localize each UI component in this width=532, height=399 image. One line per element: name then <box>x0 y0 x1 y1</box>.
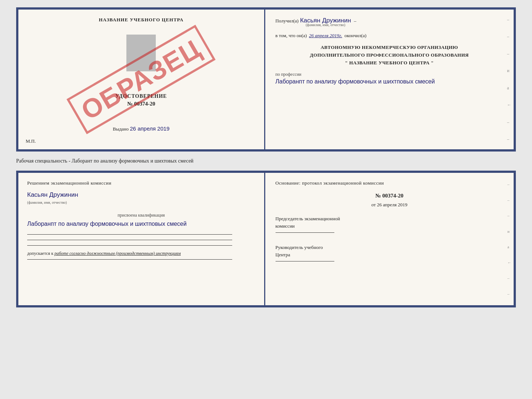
bottom-fio-label: (фамилия, имя, отчество) <box>27 200 67 204</box>
dash-2: – <box>507 34 511 39</box>
vtom-line: в том, что он(а) 26 апреля 2019г. окончи… <box>276 33 504 39</box>
sign-line-3 <box>27 245 232 246</box>
ot-line: от 26 апреля 2019 <box>276 202 504 208</box>
osnovanie-title: Основание: протокол экзаменационной коми… <box>276 180 504 186</box>
edge-dash-1: – <box>507 182 511 186</box>
bottom-lines-block <box>27 234 255 246</box>
bottom-booklet: Решением экзаменационной комиссии Касьян… <box>16 171 516 307</box>
po-professii-label: по профессии <box>276 72 504 77</box>
sign-line-2 <box>27 240 232 240</box>
po-professii-block: по профессии Лаборанпт по анализу формов… <box>276 72 504 86</box>
edge-letter-a: а <box>507 245 511 249</box>
letter-i: и <box>507 68 511 74</box>
dash-4: – <box>507 120 511 125</box>
vydano-line: Выдано 26 апреля 2019 <box>27 125 255 132</box>
okonchil: окончил(а) <box>344 33 366 39</box>
udostoverenie-number: № 00374-20 <box>27 101 255 107</box>
predsedatel-label2: комиссии <box>276 222 504 230</box>
predsedatel-block: Председатель экзаменационной комиссии <box>276 215 504 233</box>
prisvoena-block: присвоена квалификация Лаборанпт по анал… <box>27 213 255 228</box>
poluchil-line: Получил(а) Касьян Дружинин (фамилия, имя… <box>276 17 504 27</box>
photo-placeholder <box>126 35 156 71</box>
edge-dash-3: – <box>507 213 511 218</box>
dash-5: – <box>507 136 511 142</box>
vydano-date: 26 апреля 2019 <box>130 125 170 132</box>
dopuskaetsya-block: допускается к работе согласно должностны… <box>27 251 255 256</box>
top-booklet-right: Получил(а) Касьян Дружинин (фамилия, имя… <box>265 10 514 149</box>
dash-3: – <box>507 51 511 57</box>
predsedatel-sign-line <box>276 232 334 233</box>
udostoverenie-block: УДОСТОВЕРЕНИЕ № 00374-20 <box>27 93 255 107</box>
mp-label: М.П. <box>26 138 36 144</box>
top-booklet: НАЗВАНИЕ УЧЕБНОГО ЦЕНТРА ОБРАЗЕЦ УДОСТОВ… <box>16 7 516 152</box>
udostoverenie-label: УДОСТОВЕРЕНИЕ <box>27 93 255 99</box>
edge-dash-2: – <box>507 198 511 202</box>
sign-line-1 <box>27 234 232 235</box>
bottom-sign-line <box>27 259 232 260</box>
dash-separator: – <box>354 18 356 24</box>
org-line1: АВТОНОМНУЮ НЕКОММЕРЧЕСКУЮ ОРГАНИЗАЦИЮ <box>276 44 504 51</box>
letter-a: а <box>507 85 511 91</box>
kvalifikaciya-value: Лаборанпт по анализу формовочных и шихтп… <box>27 220 255 228</box>
org-line2: ДОПОЛНИТЕЛЬНОГО ПРОФЕССИОНАЛЬНОГО ОБРАЗО… <box>276 51 504 59</box>
vydano-prefix: Выдано <box>113 126 129 132</box>
po-professii-value: Лаборанпт по анализу формовочных и шихтп… <box>276 77 504 86</box>
top-left-title: НАЗВАНИЕ УЧЕБНОГО ЦЕНТРА <box>27 17 255 23</box>
resheniem-line: Решением экзаменационной комиссии <box>27 180 255 186</box>
arrow-left: ← <box>507 102 511 108</box>
fio-label: (фамилия, имя, отчество) <box>300 23 351 27</box>
predsedatel-label1: Председатель экзаменационной <box>276 215 504 222</box>
middle-caption: Рабочая специальность - Лаборант по анал… <box>16 156 516 166</box>
right-edge-marks-bottom: – – – и а ← – – <box>507 173 511 305</box>
rukovoditel-block: Руководитель учебного Центра <box>276 244 504 261</box>
rukovoditel-sign-line <box>276 261 334 261</box>
rukovoditel-label2: Центра <box>276 251 504 259</box>
org-line3: " НАЗВАНИЕ УЧЕБНОГО ЦЕНТРА " <box>276 59 504 67</box>
dash-1: – <box>507 17 511 22</box>
dopuskaetsya-prefix: допускается к <box>27 251 53 256</box>
dopuskaetsya-value: работе согласно должностным (производств… <box>54 251 181 256</box>
document-container: НАЗВАНИЕ УЧЕБНОГО ЦЕНТРА ОБРАЗЕЦ УДОСТОВ… <box>16 7 516 307</box>
top-booklet-left: НАЗВАНИЕ УЧЕБНОГО ЦЕНТРА ОБРАЗЕЦ УДОСТОВ… <box>18 10 265 149</box>
edge-letter-i: и <box>507 229 511 234</box>
protokol-number: № 00374-20 <box>276 193 504 199</box>
prisvoena-label: присвоена квалификация <box>27 213 255 218</box>
vtom-date: 26 апреля 2019г. <box>309 33 342 39</box>
org-block: АВТОНОМНУЮ НЕКОММЕРЧЕСКУЮ ОРГАНИЗАЦИЮ ДО… <box>276 44 504 67</box>
edge-dash-5: – <box>507 292 511 296</box>
bottom-name-handwritten: Касьян Дружинин <box>27 191 78 198</box>
edge-arrow: ← <box>507 260 511 265</box>
poluchil-prefix: Получил(а) <box>276 18 299 24</box>
ot-prefix: от <box>371 202 376 207</box>
edge-dash-4: – <box>507 276 511 280</box>
ot-date: 26 апреля 2019 <box>377 202 407 207</box>
bottom-booklet-left: Решением экзаменационной комиссии Касьян… <box>18 173 265 305</box>
vtom-prefix: в том, что он(а) <box>276 33 307 39</box>
rukovoditel-label1: Руководитель учебного <box>276 244 504 251</box>
right-edge-lines: – – – и а ← – – <box>505 10 514 149</box>
bottom-booklet-right: Основание: протокол экзаменационной коми… <box>265 173 514 305</box>
